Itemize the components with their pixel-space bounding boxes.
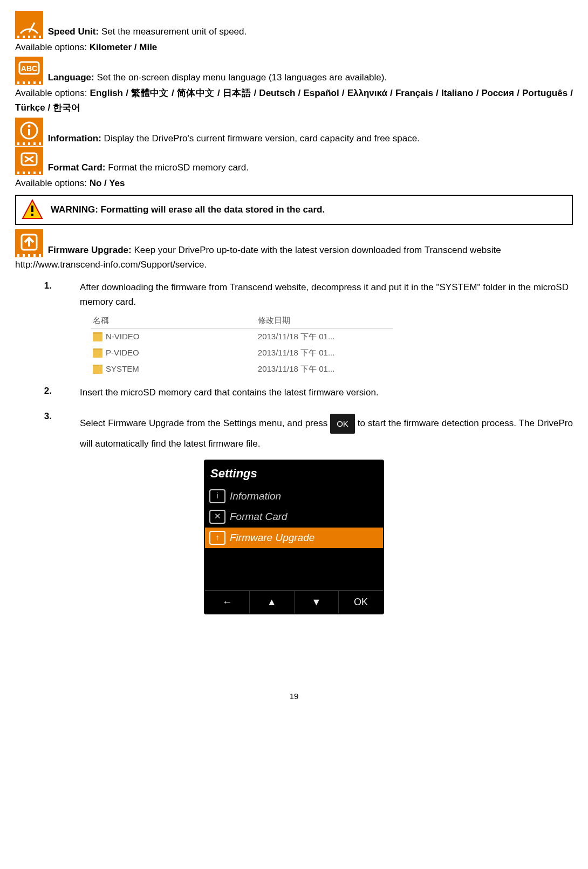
warning-box: WARNING: Formatting will erase all the d…	[15, 195, 573, 225]
device-nav: ← ▲ ▼ OK	[205, 590, 383, 613]
file-row: N-VIDEO 2013/11/18 下午 01...	[91, 329, 393, 345]
file-row: P-VIDEO 2013/11/18 下午 01...	[91, 345, 393, 361]
nav-up: ▲	[250, 591, 295, 613]
language-label: Language:	[48, 72, 94, 83]
svg-rect-37	[31, 214, 33, 216]
svg-rect-40	[17, 254, 19, 257]
svg-rect-43	[33, 254, 36, 257]
svg-rect-4	[23, 36, 25, 38]
firmware-icon	[15, 229, 43, 257]
menu-format-card: ✕Format Card	[205, 507, 383, 527]
svg-rect-22	[23, 142, 25, 145]
format-icon	[15, 147, 43, 175]
language-options: Available options: English / 繁體中文 / 简体中文…	[15, 86, 573, 115]
nav-down: ▼	[295, 591, 339, 613]
format-desc: Format the microSD memory card.	[105, 162, 248, 172]
firmware-row: Firmware Upgrade: Keep your DrivePro up-…	[15, 229, 573, 272]
svg-rect-3	[17, 36, 19, 38]
language-desc: Set the on-screen display menu language …	[94, 72, 387, 83]
svg-rect-31	[23, 172, 25, 174]
file-browser-screenshot: 名稱 修改日期 N-VIDEO 2013/11/18 下午 01... P-VI…	[91, 314, 393, 377]
svg-rect-25	[39, 142, 41, 145]
svg-rect-36	[31, 206, 33, 212]
format-label: Format Card:	[48, 162, 106, 172]
language-icon: ABC	[15, 57, 43, 85]
menu-information: iInformation	[205, 486, 383, 507]
svg-rect-41	[23, 254, 25, 257]
information-desc: Display the DrivePro's current firmware …	[101, 133, 420, 143]
svg-rect-34	[39, 172, 41, 174]
svg-rect-15	[33, 81, 36, 84]
svg-rect-13	[23, 81, 25, 84]
svg-rect-26	[15, 147, 43, 175]
folder-icon	[93, 348, 102, 358]
folder-icon	[93, 365, 102, 374]
information-row: Information: Display the DrivePro's curr…	[15, 118, 573, 146]
svg-text:ABC: ABC	[21, 64, 37, 73]
col-name-header: 名稱	[91, 314, 258, 327]
menu-firmware-upgrade: ↑Firmware Upgrade	[205, 528, 383, 548]
nav-back: ←	[205, 591, 250, 613]
warning-text: WARNING: Formatting will erase all the d…	[51, 202, 325, 217]
svg-point-19	[28, 125, 31, 127]
information-icon	[15, 118, 43, 146]
svg-rect-33	[33, 172, 36, 174]
svg-rect-24	[33, 142, 36, 145]
speed-options: Available options: Kilometer / Mile	[15, 40, 573, 54]
svg-rect-5	[28, 36, 30, 38]
speed-unit-row: Speed Unit: Set the measurement unit of …	[15, 11, 573, 39]
svg-rect-12	[17, 81, 19, 84]
device-title: Settings	[205, 461, 383, 486]
svg-rect-23	[28, 142, 30, 145]
step-1: 1. After downloading the firmware from T…	[37, 278, 573, 310]
format-options: Available options: No / Yes	[15, 176, 573, 190]
folder-icon	[93, 332, 102, 341]
file-row: SYSTEM 2013/11/18 下午 01...	[91, 361, 393, 377]
speed-label: Speed Unit:	[48, 26, 99, 37]
svg-rect-16	[39, 81, 41, 84]
speed-icon	[15, 11, 43, 39]
svg-rect-30	[17, 172, 19, 174]
svg-rect-42	[28, 254, 30, 257]
firmware-label: Firmware Upgrade:	[48, 245, 132, 255]
warning-icon	[22, 199, 43, 221]
col-date-header: 修改日期	[258, 314, 393, 327]
format-row: Format Card: Format the microSD memory c…	[15, 147, 573, 175]
svg-rect-14	[28, 81, 30, 84]
svg-rect-7	[39, 36, 41, 38]
svg-rect-32	[28, 172, 30, 174]
svg-rect-20	[28, 129, 30, 135]
svg-rect-44	[39, 254, 41, 257]
language-row: ABC Language: Set the on-screen display …	[15, 57, 573, 85]
step-3: 3. Select Firmware Upgrade from the Sett…	[37, 406, 573, 454]
speed-desc: Set the measurement unit of speed.	[99, 26, 247, 37]
device-screenshot: Settings iInformation ✕Format Card ↑Firm…	[204, 460, 384, 614]
page-number: 19	[15, 690, 573, 703]
svg-rect-0	[15, 11, 43, 39]
information-label: Information:	[48, 133, 101, 143]
svg-rect-21	[17, 142, 19, 145]
nav-ok: OK	[339, 591, 383, 613]
ok-button-inline: OK	[330, 414, 355, 434]
step-2: 2. Insert the microSD memory card that c…	[37, 384, 573, 400]
svg-rect-6	[33, 36, 36, 38]
